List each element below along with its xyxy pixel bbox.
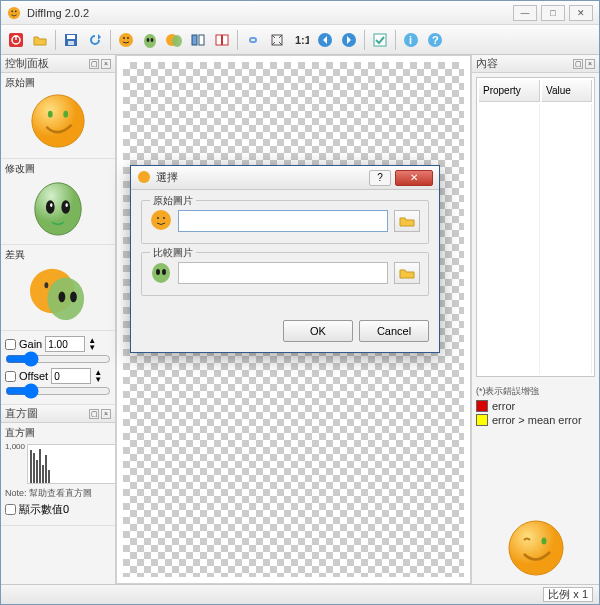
- modified-label: 修改圖: [5, 162, 111, 176]
- property-table: Property Value: [476, 77, 595, 377]
- legend-note: (*)表示錯誤增強: [476, 385, 595, 398]
- settings-check-button[interactable]: [369, 29, 391, 51]
- svg-point-34: [46, 200, 55, 214]
- scale-label: 比例 x 1: [543, 587, 593, 602]
- statusbar: 比例 x 1: [1, 584, 599, 604]
- svg-point-10: [123, 37, 125, 39]
- minimize-button[interactable]: —: [513, 5, 537, 21]
- svg-point-16: [172, 35, 182, 47]
- original-path-input[interactable]: [178, 210, 388, 232]
- maximize-button[interactable]: □: [541, 5, 565, 21]
- svg-rect-47: [42, 465, 44, 483]
- compare-path-input[interactable]: [178, 262, 388, 284]
- hist-axis-label: 1,000: [5, 442, 25, 451]
- hist-close-icon[interactable]: ×: [101, 409, 111, 419]
- showcount-checkbox[interactable]: [5, 504, 16, 515]
- panel-close-icon[interactable]: ×: [101, 59, 111, 69]
- offset-checkbox[interactable]: [5, 371, 16, 382]
- svg-rect-44: [33, 453, 35, 483]
- hist-note: Note: 幫助查看直方圖: [5, 487, 111, 500]
- refresh-button[interactable]: [84, 29, 106, 51]
- svg-point-11: [127, 37, 129, 39]
- panel-float-icon[interactable]: ▢: [89, 59, 99, 69]
- dialog-close-button[interactable]: ✕: [395, 170, 433, 186]
- offset-slider[interactable]: [5, 386, 111, 396]
- fit-button[interactable]: [266, 29, 288, 51]
- gain-stepper-icon[interactable]: ▲▼: [88, 337, 96, 351]
- close-button[interactable]: ✕: [569, 5, 593, 21]
- hist-panel-title: 直方圖: [5, 406, 38, 421]
- svg-point-54: [157, 217, 159, 219]
- svg-rect-17: [192, 35, 197, 45]
- rp-float-icon[interactable]: ▢: [573, 59, 583, 69]
- svg-rect-25: [374, 34, 386, 46]
- diff-thumb[interactable]: [29, 264, 87, 322]
- svg-rect-46: [39, 449, 41, 483]
- cancel-button[interactable]: Cancel: [359, 320, 429, 342]
- svg-point-36: [50, 203, 53, 207]
- svg-point-1: [11, 10, 13, 12]
- error-swatch: [476, 400, 488, 412]
- modified-image-button[interactable]: [139, 29, 161, 51]
- col-property[interactable]: Property: [479, 80, 540, 102]
- browse-compare-button[interactable]: [394, 262, 420, 284]
- original-image-button[interactable]: [115, 29, 137, 51]
- diff-label: 差異: [5, 248, 111, 262]
- prev-button[interactable]: [314, 29, 336, 51]
- svg-point-58: [162, 269, 166, 275]
- right-panel: 內容 ▢× Property Value (*)表示錯誤增強 error err…: [471, 55, 599, 584]
- svg-point-0: [8, 6, 20, 18]
- hist-float-icon[interactable]: ▢: [89, 409, 99, 419]
- help-button[interactable]: ?: [424, 29, 446, 51]
- svg-point-42: [70, 292, 77, 303]
- diff-image-button[interactable]: [163, 29, 185, 51]
- col-value[interactable]: Value: [542, 80, 592, 102]
- next-button[interactable]: [338, 29, 360, 51]
- svg-point-53: [151, 210, 171, 230]
- power-button[interactable]: [5, 29, 27, 51]
- original-thumb[interactable]: [29, 92, 87, 150]
- dialog-help-button[interactable]: ?: [369, 170, 391, 186]
- gain-input[interactable]: [45, 336, 85, 352]
- info-button[interactable]: i: [400, 29, 422, 51]
- open-button[interactable]: [29, 29, 51, 51]
- slider-button[interactable]: [211, 29, 233, 51]
- ok-button[interactable]: OK: [283, 320, 353, 342]
- offset-input[interactable]: [51, 368, 91, 384]
- alien-icon: [150, 261, 172, 285]
- svg-rect-43: [30, 450, 32, 483]
- zoom-actual-button[interactable]: 1:1: [290, 29, 312, 51]
- legend-mean: error > mean error: [492, 414, 582, 426]
- hist-label: 直方圖: [5, 426, 111, 440]
- svg-point-13: [147, 38, 150, 42]
- gain-checkbox[interactable]: [5, 339, 16, 350]
- svg-point-2: [15, 10, 17, 12]
- rp-close-icon[interactable]: ×: [585, 59, 595, 69]
- gain-slider[interactable]: [5, 354, 111, 364]
- svg-point-9: [119, 33, 133, 47]
- svg-rect-49: [48, 470, 50, 483]
- file-select-dialog: 選擇 ? ✕ 原始圖片 比較圖片: [130, 165, 440, 353]
- modified-thumb[interactable]: [29, 178, 87, 236]
- offset-stepper-icon[interactable]: ▲▼: [94, 369, 102, 383]
- histogram-chart: [27, 444, 116, 484]
- browse-original-button[interactable]: [394, 210, 420, 232]
- svg-point-51: [541, 538, 546, 545]
- svg-point-56: [152, 263, 170, 283]
- toolbar: 1:1 i ?: [1, 25, 599, 55]
- dialog-title: 選擇: [156, 170, 369, 185]
- svg-text:1:1: 1:1: [295, 34, 309, 46]
- svg-point-41: [58, 292, 65, 303]
- showcount-label: 顯示數值0: [19, 502, 69, 517]
- svg-point-39: [47, 278, 84, 321]
- svg-point-55: [163, 217, 165, 219]
- hist-panel-header: 直方圖 ▢×: [1, 405, 115, 423]
- save-button[interactable]: [60, 29, 82, 51]
- gain-label: Gain: [19, 338, 42, 350]
- link-button[interactable]: [242, 29, 264, 51]
- left-panel-title: 控制面板: [5, 56, 49, 71]
- svg-point-37: [65, 203, 68, 207]
- left-panel-header: 控制面板 ▢×: [1, 55, 115, 73]
- dual-panel-button[interactable]: [187, 29, 209, 51]
- svg-point-33: [35, 183, 81, 235]
